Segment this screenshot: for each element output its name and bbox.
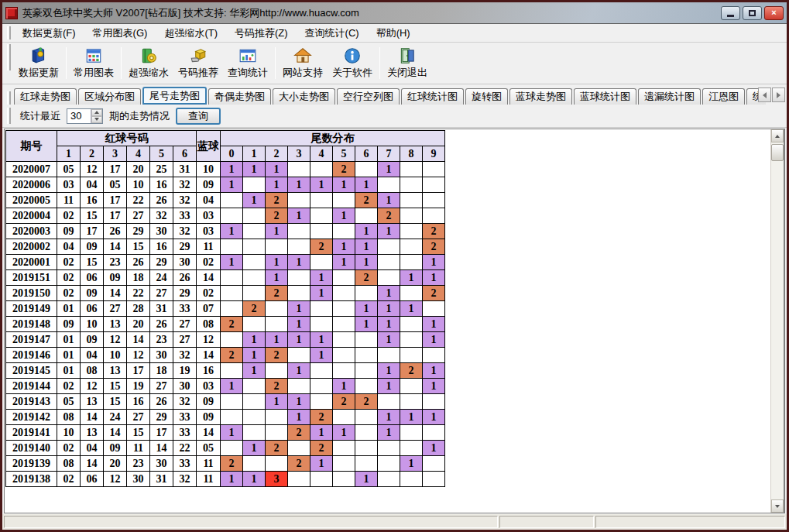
- vertical-scrollbar[interactable]: [770, 129, 784, 513]
- red-number-cell: 01: [57, 301, 81, 317]
- tail-count-cell: [288, 193, 310, 208]
- red-number-cell: 02: [57, 441, 81, 456]
- scroll-up-button[interactable]: [771, 129, 784, 142]
- tail-count-cell: 2: [221, 317, 243, 332]
- tab-blue-stats[interactable]: 蓝球统计图: [574, 88, 636, 105]
- tab-tail-trend[interactable]: 尾号走势图: [142, 87, 207, 105]
- toolbar-button-website-support[interactable]: 网站支持: [278, 44, 328, 82]
- tail-count-cell: 1: [221, 472, 243, 487]
- red-number-cell: 15: [127, 425, 150, 441]
- red-number-cell: 33: [173, 208, 197, 224]
- tail-count-cell: 2: [221, 348, 243, 363]
- tail-count-cell: 1: [310, 456, 333, 472]
- tail-count-cell: [310, 162, 333, 177]
- toolbar-button-query-stats[interactable]: 查询统计: [223, 44, 273, 82]
- red-number-cell: 32: [173, 177, 197, 193]
- tail-count-cell: 1: [355, 472, 378, 487]
- tail-count-cell: [243, 208, 266, 224]
- close-button[interactable]: ×: [764, 6, 784, 20]
- status-panel-1: [4, 516, 498, 528]
- tail-count-cell: 2: [266, 441, 288, 456]
- tail-col-header: 1: [243, 146, 266, 162]
- tab-empty-rowcol[interactable]: 空行空列图: [337, 88, 400, 105]
- tail-count-cell: [221, 193, 243, 208]
- tab-blue-trend[interactable]: 蓝球走势图: [509, 88, 572, 105]
- toolbar-button-data-update[interactable]: 数据更新: [14, 44, 63, 82]
- recent-periods-input[interactable]: [67, 109, 91, 123]
- tab-zone-dist[interactable]: 区域分布图: [78, 88, 141, 105]
- table-row: 2019140020409111422051221: [6, 441, 445, 456]
- maximize-icon: [749, 10, 756, 16]
- col-header-tail-group: 尾数分布: [221, 131, 445, 146]
- tail-count-cell: [288, 162, 310, 177]
- tail-count-cell: 1: [400, 456, 423, 472]
- tail-count-cell: [243, 425, 266, 441]
- tab-rotation[interactable]: 旋转图: [465, 88, 508, 105]
- red-number-cell: 09: [81, 239, 104, 255]
- menu-item-common-charts[interactable]: 常用图表(G): [84, 26, 156, 40]
- filterbar-gripper: [7, 108, 11, 123]
- toolbar-button-super-shrink[interactable]: 超强缩水: [124, 44, 173, 82]
- tail-count-cell: [400, 239, 423, 255]
- tail-count-cell: 1: [221, 224, 243, 239]
- red-number-cell: 26: [127, 255, 150, 270]
- menu-item-data-update[interactable]: 数据更新(F): [14, 26, 84, 40]
- menu-item-super-shrink[interactable]: 超强缩水(T): [156, 26, 226, 40]
- tab-scroll-left-button[interactable]: [758, 88, 771, 102]
- tail-count-cell: [355, 332, 378, 348]
- spin-up-button[interactable]: [91, 109, 102, 116]
- tail-count-cell: 2: [266, 348, 288, 363]
- tail-count-cell: 1: [333, 177, 355, 193]
- tail-col-header: 3: [288, 146, 310, 162]
- tail-count-cell: [221, 363, 243, 379]
- tail-count-cell: 1: [310, 177, 333, 193]
- red-number-cell: 10: [81, 317, 104, 332]
- spin-down-button[interactable]: [91, 116, 102, 123]
- tab-omission-stats[interactable]: 遗漏统计图: [638, 88, 701, 105]
- toolbar-button-label: 关闭退出: [387, 66, 427, 80]
- tab-red-stats[interactable]: 红球统计图: [401, 88, 464, 105]
- tab-odd-even[interactable]: 奇偶走势图: [208, 88, 271, 105]
- toolbar-button-about-software[interactable]: 关于软件: [328, 44, 377, 82]
- table-row: 2019139081420233033112211: [6, 456, 445, 472]
- scroll-down-button[interactable]: [771, 499, 784, 513]
- tail-count-cell: [310, 193, 333, 208]
- tail-count-cell: 1: [333, 379, 355, 394]
- tail-count-cell: [221, 441, 243, 456]
- minimize-button[interactable]: [721, 6, 740, 20]
- menu-item-query-stats[interactable]: 查询统计(C): [297, 26, 368, 40]
- maximize-button[interactable]: [743, 6, 762, 20]
- toolbar-button-number-recommend[interactable]: 号码推荐: [173, 44, 223, 82]
- tail-count-cell: [423, 425, 445, 441]
- query-button[interactable]: 查询: [176, 108, 221, 125]
- scrollbar-thumb[interactable]: [771, 144, 784, 161]
- tail-count-cell: [423, 162, 445, 177]
- toolbar-button-close-exit[interactable]: 关闭退出: [382, 44, 432, 82]
- scrollbar-track[interactable]: [771, 142, 784, 499]
- toolbar-button-common-charts[interactable]: 常用图表: [69, 44, 118, 82]
- tail-count-cell: [400, 379, 423, 394]
- tab-scroll-right-button[interactable]: [772, 88, 785, 102]
- tail-count-cell: [221, 286, 243, 301]
- tail-count-cell: [400, 425, 423, 441]
- red-number-cell: 19: [127, 379, 150, 394]
- tail-count-cell: 1: [221, 379, 243, 394]
- tail-count-cell: 1: [378, 301, 400, 317]
- tab-red-trend[interactable]: 红球走势图: [14, 88, 77, 105]
- menu-item-number-recommend[interactable]: 号码推荐(Z): [226, 26, 297, 40]
- menu-item-help[interactable]: 帮助(H): [368, 26, 419, 40]
- red-number-cell: 26: [150, 193, 173, 208]
- red-number-cell: 15: [81, 208, 104, 224]
- red-number-cell: 12: [104, 332, 127, 348]
- tail-count-cell: [333, 410, 355, 425]
- tail-count-cell: [221, 208, 243, 224]
- red-number-cell: 04: [81, 177, 104, 193]
- red-number-cell: 32: [173, 348, 197, 363]
- tail-count-cell: 1: [333, 239, 355, 255]
- red-number-cell: 32: [173, 224, 197, 239]
- tab-gann[interactable]: 江恩图: [702, 88, 745, 105]
- tail-count-cell: [266, 425, 288, 441]
- tab-big-small[interactable]: 大小走势图: [273, 88, 335, 105]
- red-number-cell: 30: [173, 255, 197, 270]
- tabstrip-gripper: [7, 91, 11, 105]
